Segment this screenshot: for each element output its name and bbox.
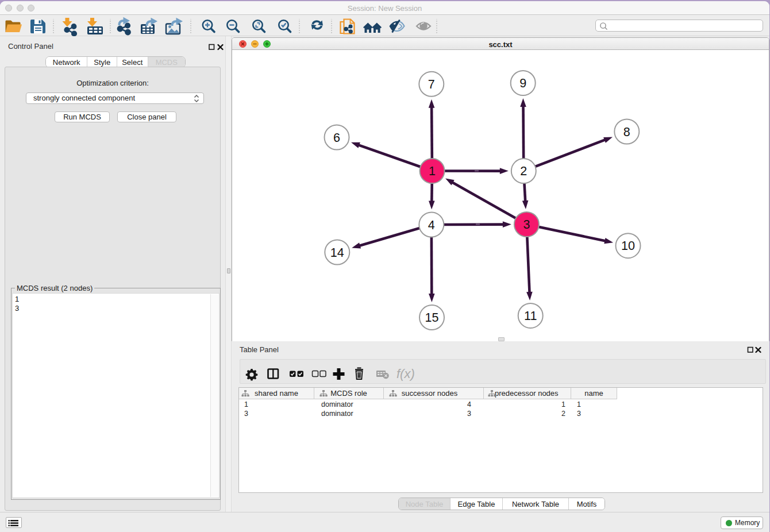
svg-text:4: 4 — [428, 218, 435, 232]
svg-text:11: 11 — [524, 309, 537, 323]
svg-text:8: 8 — [623, 125, 630, 139]
svg-text:6: 6 — [333, 131, 340, 145]
svg-text:f(x): f(x) — [396, 367, 415, 381]
svg-text:3: 3 — [523, 218, 530, 232]
svg-text:15: 15 — [425, 311, 439, 325]
svg-text:2: 2 — [520, 164, 527, 178]
svg-text:14: 14 — [330, 246, 344, 260]
svg-text:1: 1 — [429, 164, 436, 178]
svg-text:7: 7 — [428, 78, 435, 91]
svg-text:10: 10 — [621, 239, 635, 253]
svg-text:9: 9 — [519, 76, 526, 90]
